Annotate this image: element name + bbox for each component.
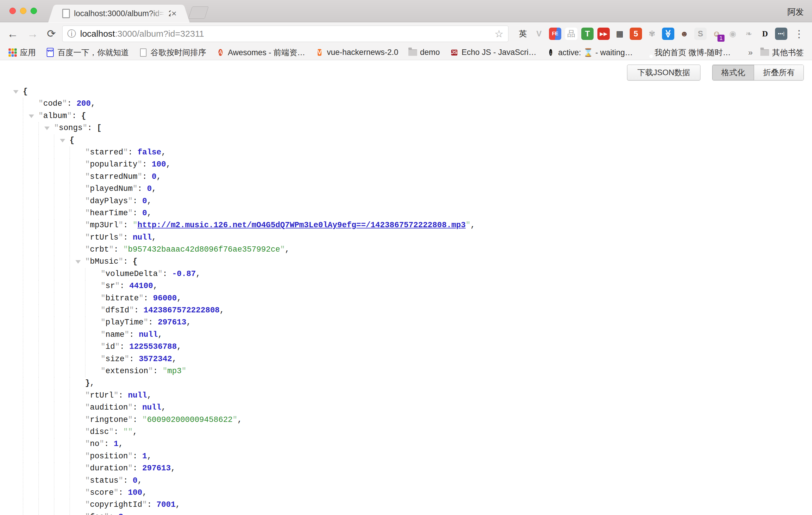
indent-guide — [23, 232, 23, 244]
indent-guide — [54, 244, 54, 256]
bookmark-item[interactable]: 谷歌按时间排序 — [139, 47, 206, 58]
url-host: localhost — [80, 29, 115, 39]
bookmark-item[interactable]: 爫百度一下，你就知道 — [46, 47, 129, 58]
browser-menu-icon[interactable]: ⋮ — [794, 28, 804, 40]
json-line: "position": 1, — [0, 450, 812, 462]
indent-guide — [69, 329, 70, 341]
indent-guide — [38, 487, 39, 499]
indent-guide — [38, 268, 39, 280]
mask-icon[interactable]: ☻ — [678, 28, 691, 40]
collapse-all-button[interactable]: 折叠所有 — [754, 65, 804, 80]
indent-guide — [85, 365, 85, 377]
indent-guide — [69, 280, 70, 292]
new-tab-button[interactable] — [188, 6, 209, 19]
monkey-icon[interactable]: ☺1 — [710, 28, 723, 40]
indent-guide — [69, 511, 70, 515]
collapse-arrow-icon[interactable] — [76, 260, 81, 264]
indent-guide — [54, 329, 54, 341]
fastforward-icon[interactable]: ▶▶ — [598, 28, 610, 40]
indent-guide — [69, 450, 70, 462]
bookmark-item[interactable]: demo — [408, 48, 440, 57]
indent-guide — [85, 305, 85, 316]
indent-guide — [54, 146, 54, 159]
bird-icon[interactable]: ❧ — [743, 28, 755, 40]
bookmark-item[interactable]: 应用 — [8, 47, 36, 58]
bookmark-label: 谷歌按时间排序 — [151, 47, 206, 58]
indent-guide — [23, 450, 23, 462]
other-bookmarks-folder[interactable]: 其他书签 — [760, 47, 804, 58]
indent-guide — [23, 195, 23, 207]
json-line: "fee": 8 — [0, 511, 812, 515]
json-line: "disc": "", — [0, 426, 812, 438]
vue-icon[interactable]: V — [533, 28, 545, 40]
password-icon[interactable]: •••| — [775, 28, 787, 40]
bookmark-star-icon[interactable]: ☆ — [495, 28, 503, 40]
json-line: "hearTime": 0, — [0, 207, 812, 219]
tampermonkey-icon[interactable]: T — [581, 28, 593, 40]
extensions-row: 英VFE品T▶▶▦5✾≫☻S☺1◉❧D•••|⋮ — [517, 26, 804, 42]
indent-guide — [38, 402, 39, 414]
indent-guide — [38, 414, 39, 426]
bookmark-label: active: ⌛ - waiting… — [558, 48, 633, 57]
s-icon[interactable]: S — [694, 28, 706, 40]
json-line: "id": 1225536788, — [0, 341, 812, 353]
html5-player-icon[interactable]: 5 — [630, 28, 642, 40]
d-icon[interactable]: D — [759, 28, 771, 40]
browser-tab[interactable]: localhost:3000/album?id=323 × — [56, 5, 182, 22]
collapse-arrow-icon[interactable] — [13, 90, 19, 94]
indent-guide — [69, 146, 70, 159]
indent-guide — [23, 462, 23, 475]
bookmark-label: 我的首页 微博-随时… — [655, 47, 731, 58]
bookmark-item[interactable]: ↓active: ⌛ - waiting… — [546, 48, 633, 57]
indent-guide — [69, 462, 70, 475]
fe-icon[interactable]: FE — [549, 28, 561, 40]
indent-guide — [69, 438, 70, 450]
address-bar[interactable]: ⓘ localhost :3000/album?id=32311 ☆ — [62, 26, 509, 42]
indent-guide — [69, 475, 70, 487]
indent-guide — [38, 232, 39, 244]
collapse-arrow-icon[interactable] — [44, 126, 50, 130]
indent-guide — [38, 159, 39, 171]
collapse-arrow-icon[interactable] — [60, 139, 65, 142]
bookmark-label: Echo JS - JavaScri… — [462, 48, 536, 57]
zoom-window-button[interactable] — [31, 8, 37, 14]
qrcode-icon[interactable]: ▦ — [613, 28, 626, 40]
json-line: "rtUrls": null, — [0, 232, 812, 244]
json-line: }, — [0, 377, 812, 389]
translate-icon[interactable]: 英 — [517, 28, 529, 40]
json-line: "score": 100, — [0, 487, 812, 499]
vue-icon: V — [318, 49, 321, 56]
profile-name[interactable]: 阿发 — [787, 6, 804, 18]
bookmark-label: demo — [420, 48, 440, 57]
indent-guide — [23, 402, 23, 414]
minimize-window-button[interactable] — [20, 8, 26, 14]
download-json-button[interactable]: 下载JSON数据 — [627, 65, 700, 81]
bookmarks-overflow-chevron[interactable]: » — [748, 48, 753, 57]
close-window-button[interactable] — [9, 8, 16, 14]
indent-guide — [54, 268, 54, 280]
bookmark-item[interactable]: JSEcho JS - JavaScri… — [450, 48, 536, 57]
chevrons-down-icon[interactable]: ≫ — [662, 28, 674, 40]
indent-guide — [54, 341, 54, 353]
bookmark-item[interactable]: AAwesomes - 前端资… — [216, 47, 305, 58]
bookmark-item[interactable]: 我的首页 微博-随时… — [643, 47, 731, 58]
paw-icon[interactable]: ✾ — [646, 28, 658, 40]
sitemap-icon[interactable]: 品 — [565, 28, 577, 40]
indent-guide — [38, 195, 39, 207]
weibo-ext-icon[interactable]: ◉ — [727, 28, 739, 40]
collapse-arrow-icon[interactable] — [29, 115, 34, 118]
reload-button[interactable]: ⟳ — [47, 26, 56, 41]
indent-guide — [69, 244, 70, 256]
apps-icon — [8, 49, 17, 57]
indent-guide — [54, 426, 54, 438]
indent-guide — [69, 487, 70, 499]
indent-guide — [69, 377, 70, 389]
page-info-icon[interactable]: ⓘ — [67, 28, 76, 40]
bookmark-item[interactable]: Vvue-hackernews-2.0 — [315, 48, 398, 57]
json-line: "ringtone": "600902000009458622", — [0, 414, 812, 426]
back-button[interactable]: ← — [7, 26, 18, 41]
format-button[interactable]: 格式化 — [713, 65, 754, 80]
tab-close-icon[interactable]: × — [171, 9, 177, 18]
json-line: "no": 1, — [0, 438, 812, 450]
mp3-url-link[interactable]: http://m2.music.126.net/mO4G5dQ7WPm3Le0l… — [137, 221, 466, 230]
